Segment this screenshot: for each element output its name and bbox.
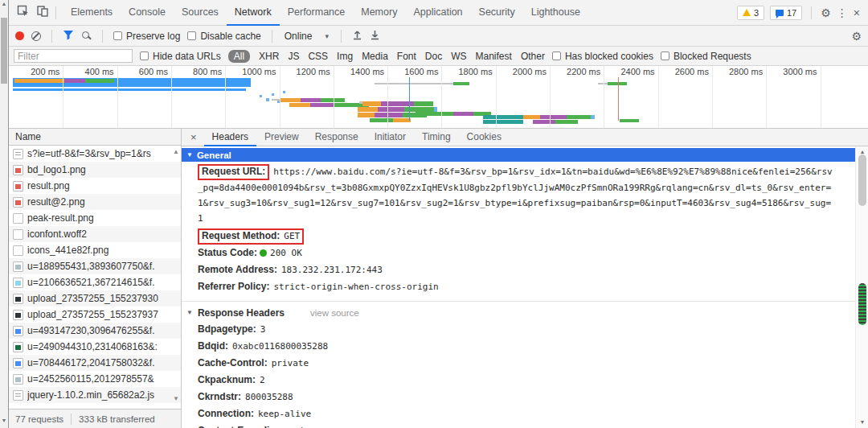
details-tab-initiator[interactable]: Initiator [366,129,414,146]
preserve-log-label: Preserve log [126,31,180,42]
request-row[interactable]: upload_27357255_155237937 [9,307,181,323]
details-scrollbar-thumb[interactable] [858,154,866,206]
warnings-badge[interactable]: 3 [737,6,764,20]
blocked-requests-checkbox[interactable] [661,51,669,60]
request-row[interactable]: u=2106636521,367214615&f. [9,274,181,290]
divider [102,30,103,43]
tab-security[interactable]: Security [471,0,523,26]
status-ok-icon [260,249,267,257]
tab-console[interactable]: Console [121,0,174,26]
has-blocked-cookies-checkbox[interactable] [552,51,561,60]
file-type-icon [13,165,23,175]
timeline-tick-label: 2000 ms [500,67,547,76]
filter-input[interactable] [14,49,133,63]
request-row[interactable]: u=2490944310,2314068163&: [9,339,181,355]
details-scrollbar[interactable]: ▲ ▼ [855,146,868,428]
hide-data-urls-checkbox[interactable] [140,51,149,60]
file-icon-thumbnail [15,152,21,156]
type-filter-css[interactable]: CSS [308,51,328,62]
details-tab-headers[interactable]: Headers [204,129,256,146]
more-options-icon[interactable]: ⋮ [837,7,848,19]
inspect-element-icon[interactable] [17,5,30,20]
request-row[interactable]: peak-result.png [9,210,181,226]
close-details-icon[interactable]: × [183,131,204,143]
tab-lighthouse[interactable]: Lighthouse [523,0,588,26]
page-scrollbar[interactable]: ▲ ▼ [0,0,8,428]
details-tab-preview[interactable]: Preview [256,129,307,146]
export-har-icon[interactable] [370,29,380,43]
scroll-up-icon[interactable]: ▲ [0,0,8,8]
page-scrollbar-thumb[interactable] [1,18,7,84]
network-overview-timeline[interactable]: 200 ms400 ms600 ms800 ms1000 ms1200 ms14… [9,66,868,129]
response-headers-section-header[interactable]: ▼ Response Headers view source [182,305,855,321]
request-row[interactable]: result@2.png [9,194,181,210]
file-icon-thumbnail [15,200,21,205]
settings-gear-icon[interactable]: ⚙ [821,7,831,19]
request-list: ▲ ▼ s?ie=utf-8&f=3&rsv_bp=1&rsbd_logo1.p… [9,146,181,409]
hide-data-urls-toggle[interactable]: Hide data URLs [140,51,221,62]
disable-cache-toggle[interactable]: Disable cache [187,31,260,42]
list-scroll-down-icon[interactable]: ▼ [173,395,179,402]
preserve-log-toggle[interactable]: Preserve log [113,31,180,42]
general-section-header[interactable]: ▼ General [182,148,855,162]
network-settings-gear-icon[interactable]: ⚙ [851,31,862,42]
type-filter-manifest[interactable]: Manifest [476,51,512,62]
preserve-log-checkbox[interactable] [113,31,122,40]
device-toolbar-icon[interactable] [36,5,49,20]
list-scroll-up-icon[interactable]: ▲ [173,148,179,155]
type-filter-js[interactable]: JS [288,51,299,62]
request-row[interactable]: u=188955431,3893607750&f. [9,258,181,274]
warning-icon [743,9,751,16]
record-icon[interactable] [15,31,24,40]
request-row[interactable]: u=2452560115,2012978557& [9,371,181,387]
tab-sources[interactable]: Sources [174,0,227,26]
filter-funnel-icon[interactable] [63,30,74,43]
type-filter-img[interactable]: Img [337,51,353,62]
request-row[interactable]: result.png [9,178,181,194]
type-filter-font[interactable]: Font [397,51,416,62]
tab-performance[interactable]: Performance [280,0,354,26]
details-tab-cookies[interactable]: Cookies [459,129,510,146]
request-row[interactable]: upload_27357255_155237930 [9,290,181,307]
type-filter-media[interactable]: Media [362,51,388,62]
request-name: u=708446172,2041758032&f. [27,357,155,368]
request-row[interactable]: jquery-1.10.2.min_65682a2.js [9,387,181,403]
request-row[interactable]: icons_441e82f.png [9,242,181,258]
timeline-gridline [117,66,118,128]
messages-badge[interactable]: 17 [770,6,802,20]
view-source-link[interactable]: view source [310,305,359,321]
details-scrollbar-marker[interactable] [858,283,866,325]
details-tab-response[interactable]: Response [307,129,366,146]
scroll-down-icon[interactable]: ▼ [856,418,868,426]
waterfall-bar [64,79,85,83]
request-row[interactable]: bd_logo1.png [9,162,181,178]
disable-cache-checkbox[interactable] [187,31,196,40]
request-row[interactable]: u=708446172,2041758032&f. [9,355,181,371]
request-row[interactable]: s?ie=utf-8&f=3&rsv_bp=1&rs [9,146,181,162]
type-filter-xhr[interactable]: XHR [259,51,279,62]
tab-memory[interactable]: Memory [353,0,405,26]
clear-icon[interactable] [31,31,41,41]
search-icon[interactable] [81,31,92,41]
type-filter-all[interactable]: All [228,50,250,63]
close-devtools-icon[interactable]: × [854,7,860,19]
request-name: result@2.png [27,196,85,208]
type-filter-doc[interactable]: Doc [425,51,442,62]
request-row[interactable]: iconfont.woff2 [9,226,181,242]
tab-elements[interactable]: Elements [63,0,121,26]
tab-application[interactable]: Application [405,0,470,26]
scroll-down-icon[interactable]: ▼ [0,417,8,425]
name-column-header[interactable]: Name [9,129,181,146]
blocked-requests-toggle[interactable]: Blocked Requests [661,51,751,62]
throttling-dropdown[interactable]: Online ▾ [283,31,330,42]
type-filter-ws[interactable]: WS [451,51,466,62]
import-har-icon[interactable] [352,29,362,43]
request-row[interactable]: u=493147230,3096476255&f. [9,323,181,339]
has-blocked-cookies-toggle[interactable]: Has blocked cookies [552,51,653,62]
response-header-row: Bdqid:0xabc0116800035288 [198,338,834,355]
response-header-row: Bdpagetype:3 [198,321,834,338]
tab-network[interactable]: Network [227,0,280,26]
type-filter-other[interactable]: Other [521,51,545,62]
devtools-tabbar: ElementsConsoleSourcesNetworkPerformance… [9,0,868,26]
details-tab-timing[interactable]: Timing [414,129,459,146]
